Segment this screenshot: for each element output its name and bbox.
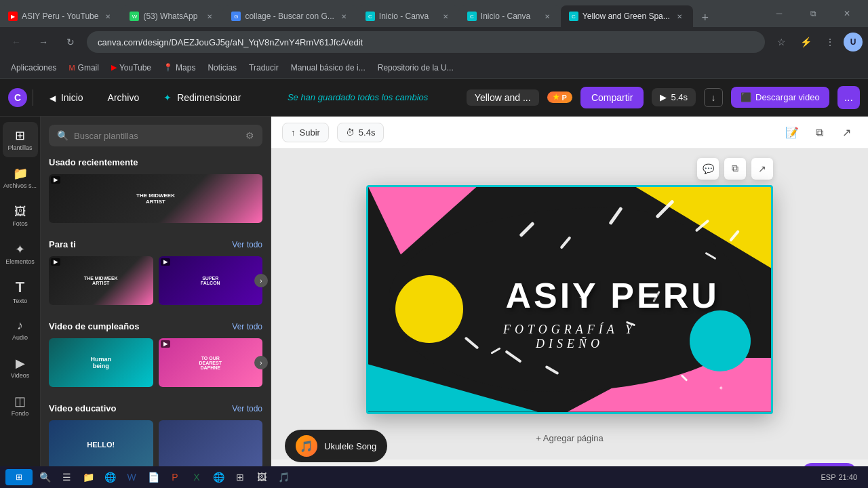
- bookmark-aplicaciones[interactable]: Aplicaciones: [5, 61, 62, 75]
- design-card[interactable]: ✦ ✦ ASIY PERU FOTOGRAFÍA Y DISEÑO: [366, 185, 773, 414]
- download-icon-btn[interactable]: ↓: [704, 88, 723, 107]
- forward-button[interactable]: →: [33, 31, 54, 53]
- bookmark-repo[interactable]: Repositorio de la U...: [372, 61, 459, 75]
- bookmark-manual[interactable]: Manual básico de i...: [285, 61, 371, 75]
- taskbar-win-icon[interactable]: ⊞: [231, 469, 250, 485]
- for-you-next-arrow[interactable]: ›: [254, 274, 268, 287]
- share-design-icon-btn[interactable]: ↗: [835, 122, 857, 144]
- comment-icon-btn[interactable]: 💬: [697, 158, 719, 180]
- minimize-button[interactable]: ─: [764, 3, 795, 24]
- filter-icon[interactable]: ⚙: [245, 130, 254, 141]
- taskbar-document-icon[interactable]: 📄: [144, 469, 163, 485]
- tab-favicon-youtube: ▶: [8, 12, 18, 21]
- download-button[interactable]: ⬛ Descargar video: [731, 87, 829, 108]
- for-you-see-all[interactable]: Ver todo: [232, 240, 262, 249]
- duplicate-icon-btn[interactable]: ⧉: [808, 122, 830, 144]
- tab-close-canva2[interactable]: ✕: [542, 11, 553, 22]
- bookmark-gmail[interactable]: M Gmail: [63, 61, 104, 75]
- upload-button[interactable]: ↑ Subir: [282, 123, 329, 142]
- tab-canva-active[interactable]: C Yellow and Green Spa... ✕: [561, 5, 693, 27]
- copy-icon-btn[interactable]: ⧉: [724, 158, 746, 180]
- maximize-button[interactable]: ⧉: [797, 3, 829, 24]
- pro-badge[interactable]: ★ P: [547, 92, 572, 103]
- bookmark-maps[interactable]: 📍 Maps: [158, 61, 201, 75]
- tab-google[interactable]: G collage - Buscar con G... ✕: [223, 5, 357, 27]
- tab-youtube[interactable]: ▶ ASIY Peru - YouTube ✕: [0, 5, 121, 27]
- sidebar-item-archivos[interactable]: 📁 Archivos s...: [3, 160, 38, 195]
- search-input[interactable]: [74, 131, 240, 141]
- educational-see-all[interactable]: Ver todo: [232, 404, 262, 413]
- birthday-next-arrow[interactable]: ›: [254, 356, 268, 369]
- taskbar-excel-icon[interactable]: X: [187, 469, 206, 485]
- close-button[interactable]: ✕: [831, 3, 863, 24]
- extensions-icon[interactable]: ⚡: [795, 31, 816, 53]
- tab-close-canva-active[interactable]: ✕: [674, 11, 685, 22]
- taskbar-photos-icon[interactable]: 🖼: [252, 469, 271, 485]
- recent-item-midweek[interactable]: ▶ THE MIDWEEKARTIST: [49, 174, 262, 223]
- sidebar-item-fondo[interactable]: ◫ Fondo: [3, 388, 38, 423]
- template-birthday2[interactable]: ▶ TO OURDEARESTDAPHNE: [159, 338, 263, 387]
- design-title-topbar[interactable]: Yellow and ...: [467, 89, 539, 106]
- tab-close-canva1[interactable]: ✕: [440, 11, 451, 22]
- tab-bar: ▶ ASIY Peru - YouTube ✕ W (53) WhatsApp …: [0, 0, 868, 27]
- reload-button[interactable]: ↻: [60, 31, 81, 53]
- play-badge: ▶: [161, 258, 170, 266]
- bookmarks-bar: Aplicaciones M Gmail ▶ YouTube 📍 Maps No…: [0, 57, 868, 79]
- taskbar-word-icon[interactable]: W: [122, 469, 141, 485]
- taskbar-task-view-icon[interactable]: ☰: [57, 469, 76, 485]
- birthday-see-all[interactable]: Ver todo: [232, 322, 262, 331]
- sidebar-item-audio[interactable]: ♪ Audio: [3, 312, 38, 347]
- play-button[interactable]: ▶ 5.4s: [652, 88, 696, 106]
- search-bar[interactable]: 🔍 ⚙: [49, 125, 262, 146]
- bookmark-traducir[interactable]: Traducir: [243, 61, 284, 75]
- sparkle-2: ✦: [718, 384, 724, 392]
- redimensionar-button[interactable]: ✦ Redimensionar: [155, 88, 249, 107]
- taskbar-music-icon[interactable]: 🎵: [274, 469, 293, 485]
- yellow-circle: [395, 275, 463, 343]
- template-superfalcon[interactable]: ▶ SUPERFALCON: [159, 256, 263, 305]
- taskbar-edge-icon[interactable]: 🌐: [100, 469, 119, 485]
- bookmark-youtube[interactable]: ▶ YouTube: [106, 61, 157, 75]
- address-input[interactable]: canva.com/design/DAEZJouGJ5g/aN_YqV8nZvn…: [87, 31, 765, 53]
- sidebar-item-videos[interactable]: ▶ Videos: [3, 350, 38, 385]
- new-tab-button[interactable]: +: [696, 8, 715, 27]
- sidebar-item-texto[interactable]: T Texto: [3, 274, 38, 309]
- export-icon-btn[interactable]: ↗: [751, 158, 773, 180]
- taskbar-chrome-icon[interactable]: 🌐: [209, 469, 228, 485]
- tab-canva1[interactable]: C Inicio - Canva ✕: [357, 5, 459, 27]
- template-midweek2[interactable]: ▶ THE MIDWEEKARTIST: [49, 256, 153, 305]
- archivo-button[interactable]: Archivo: [100, 88, 148, 107]
- template-birthday1[interactable]: Humanbeing: [49, 338, 153, 387]
- taskbar-powerpoint-icon[interactable]: P: [165, 469, 184, 485]
- notes-icon-btn[interactable]: 📝: [781, 122, 803, 144]
- taskbar-search-icon[interactable]: 🔍: [35, 469, 54, 485]
- duration-button[interactable]: ⏱ 5.4s: [337, 123, 384, 142]
- archivos-icon: 📁: [13, 166, 28, 181]
- sidebar-item-plantillas[interactable]: ⊞ Plantillas: [3, 122, 38, 157]
- tab-close-whatsapp[interactable]: ✕: [204, 11, 215, 22]
- more-tools-icon[interactable]: ⋮: [819, 31, 841, 53]
- inicio-button[interactable]: ◀ Inicio: [41, 88, 92, 107]
- tab-whatsapp[interactable]: W (53) WhatsApp ✕: [121, 5, 223, 27]
- more-options-button[interactable]: ...: [837, 86, 860, 109]
- share-button[interactable]: Compartir: [580, 87, 644, 108]
- videos-icon: ▶: [16, 356, 25, 371]
- canvas-viewport[interactable]: 💬 ⧉ ↗: [271, 149, 868, 460]
- profile-icon[interactable]: U: [844, 33, 863, 52]
- template-edu2[interactable]: [159, 420, 263, 469]
- sidebar-item-fotos[interactable]: 🖼 Fotos: [3, 198, 38, 233]
- window-controls: ─ ⧉ ✕: [758, 0, 868, 27]
- taskbar-explorer-icon[interactable]: 📁: [79, 469, 98, 485]
- tab-close-google[interactable]: ✕: [338, 11, 349, 22]
- tab-close-youtube[interactable]: ✕: [102, 11, 113, 22]
- canva-logo[interactable]: C: [8, 88, 27, 107]
- tab-canva2[interactable]: C Inicio - Canva ✕: [459, 5, 561, 27]
- template-edu1[interactable]: HELLO!: [49, 420, 153, 469]
- bookmark-noticias[interactable]: Noticias: [202, 61, 242, 75]
- bookmark-icon[interactable]: ☆: [770, 31, 792, 53]
- add-page-button[interactable]: + Agregar página: [528, 425, 611, 451]
- sidebar-item-elementos[interactable]: ✦ Elementos: [3, 236, 38, 271]
- start-button[interactable]: ⊞: [5, 469, 33, 485]
- search-icon: 🔍: [57, 130, 68, 141]
- back-button[interactable]: ←: [5, 31, 27, 53]
